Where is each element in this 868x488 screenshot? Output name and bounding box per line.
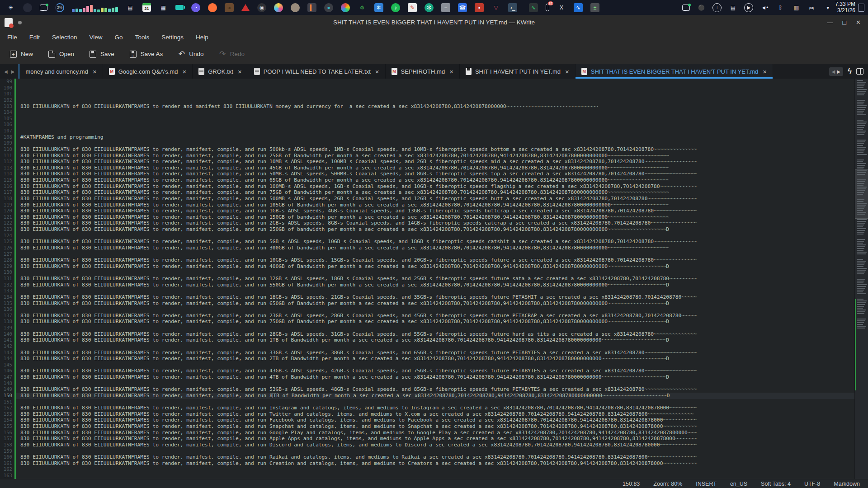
spotify-icon[interactable]: ♪ [391, 3, 400, 12]
clipboard-edit-icon[interactable]: ✎ [408, 3, 417, 12]
editor-line[interactable]: 152830 EIIUULURKATN of 830 EIIUULURKATNF… [0, 405, 854, 411]
cpu-bars-chart[interactable] [72, 4, 118, 12]
tab-overflow-left-icon[interactable]: ◀ [832, 69, 835, 74]
editor-line[interactable]: 135830 EIIUULURKATN of 830 EIIUULURKATNF… [0, 300, 854, 307]
tab[interactable]: GROK.txt× [193, 64, 248, 79]
clock-widget-icon[interactable]: ◔ [191, 3, 200, 12]
thermometer-icon[interactable]: 82 [546, 4, 549, 11]
editor-line[interactable]: 154830 EIIUULURKATN of 830 EIIUULURKATNF… [0, 417, 854, 423]
editor-line[interactable]: 100 [0, 85, 854, 91]
system-monitor-icon[interactable]: ∿ [529, 3, 538, 12]
editor-line[interactable]: 113830 EIIUULURKATN of 830 EIIUULURKATNF… [0, 165, 854, 171]
tab-close-icon[interactable]: × [93, 68, 97, 75]
editor-line[interactable]: 144830 EIIUULURKATN of 830 EIIUULURKATNF… [0, 356, 854, 362]
chat-notification-icon[interactable] [40, 5, 47, 11]
editor-line[interactable]: 121830 EIIUULURKATN of 830 EIIUULURKATNF… [0, 214, 854, 221]
editor-line[interactable]: 132830 EIIUULURKATN of 830 EIIUULURKATNF… [0, 282, 854, 288]
editor-line[interactable]: 114830 EIIUULURKATN of 830 EIIUULURKATNF… [0, 171, 854, 177]
tab-close-icon[interactable]: × [565, 68, 569, 75]
wavebox-icon[interactable]: ∿ [574, 3, 583, 12]
autodesk-icon[interactable] [241, 4, 250, 11]
tray-clipboard-icon[interactable]: ▤ [728, 3, 737, 12]
minimap-scrollbar[interactable] [854, 79, 868, 479]
tray-thermometer-icon[interactable]: ⚫ [697, 3, 706, 12]
editor-line[interactable]: 126830 EIIUULURKATN of 830 EIIUULURKATNF… [0, 245, 854, 251]
save-as-button[interactable]: Save As [124, 48, 169, 61]
editor-line[interactable]: 128830 EIIUULURKATN of 830 EIIUULURKATNF… [0, 257, 854, 263]
journal-icon[interactable]: ≈ [225, 3, 234, 12]
close-button[interactable]: ✕ [856, 19, 861, 26]
editor-line[interactable]: 150830 EIIUULURKATN of 830 EIIUULURKATNF… [0, 393, 854, 399]
editor-line[interactable]: 103830 EIIUULURKATN of 830 EIIUULURKATNF… [0, 103, 854, 110]
tray-bluetooth-icon[interactable]: ᛒ [776, 3, 785, 12]
menu-go[interactable]: Go [115, 34, 123, 41]
phone-icon[interactable]: ☎ [458, 3, 467, 12]
tab[interactable]: SHIT I HAVEN'T PUT IN YET.md× [460, 64, 576, 79]
tab[interactable]: MSEPHIROTH.md× [386, 64, 460, 79]
clipboard-icon[interactable]: ▤ [126, 3, 135, 12]
editor-line[interactable]: 157830 EIIUULURKATN of 830 EIIUULURKATNF… [0, 436, 854, 442]
editor-line[interactable]: 108#KATNFRAMES and programming [0, 134, 854, 141]
editor-line[interactable]: 149830 EIIUULURKATN of 830 EIIUULURKATNF… [0, 386, 854, 393]
tab-overflow-control[interactable]: ◀ ▶ [829, 67, 843, 76]
tab[interactable]: money and currency.md× [19, 64, 103, 79]
firefox-icon[interactable] [208, 3, 217, 12]
minimize-button[interactable]: — [827, 19, 833, 26]
editor-line[interactable]: 110830 EIIUULURKATN of 830 EIIUULURKATNF… [0, 146, 854, 153]
editor-line[interactable]: 122830 EIIUULURKATN of 830 EIIUULURKATNF… [0, 220, 854, 226]
open-button[interactable]: Open [43, 48, 80, 61]
tab-scroll-right-icon[interactable]: ▶ [10, 69, 16, 74]
palette-icon[interactable] [274, 3, 283, 12]
tray-message-icon[interactable] [682, 5, 690, 11]
status-input-mode[interactable]: INSERT [696, 481, 717, 487]
aperture-icon[interactable]: ✻ [425, 3, 434, 12]
battery-icon[interactable] [175, 5, 184, 10]
editor-line[interactable]: 102 [0, 97, 854, 103]
editor-line[interactable]: 158830 EIIUULURKATN of 830 EIIUULURKATNF… [0, 442, 854, 448]
tab-close-icon[interactable]: × [238, 68, 242, 75]
text-editor[interactable]: 99100101102103830 EIIUULURKATN of 830 EI… [0, 79, 854, 479]
save-button[interactable]: Save [84, 48, 120, 61]
editor-line[interactable]: 159 [0, 448, 854, 455]
editor-line[interactable]: 155830 EIIUULURKATN of 830 EIIUULURKATNF… [0, 423, 854, 430]
editor-line[interactable]: 138830 EIIUULURKATN of 830 EIIUULURKATNF… [0, 319, 854, 325]
editor-line[interactable]: 130 [0, 269, 854, 276]
editor-line[interactable]: 112830 EIIUULURKATN of 830 EIIUULURKATNF… [0, 159, 854, 165]
tray-usb-icon[interactable]: ▥ [792, 3, 801, 12]
editor-line[interactable]: 151 [0, 399, 854, 405]
xorg-icon[interactable]: X [557, 3, 566, 12]
split-view-icon[interactable] [856, 68, 863, 75]
jar-icon[interactable]: − [441, 3, 450, 12]
menu-settings[interactable]: Settings [161, 34, 184, 41]
editor-line[interactable]: 127 [0, 251, 854, 258]
undo-button[interactable]: ↶Undo [173, 48, 209, 61]
status-dictionary[interactable]: en_US [730, 481, 747, 487]
clock[interactable]: 7:33 PM 3/21/26 [835, 1, 855, 14]
editor-line[interactable]: 99 [0, 79, 854, 85]
status-encoding[interactable]: UTF-8 [804, 481, 820, 487]
editor-line[interactable]: 109 [0, 140, 854, 146]
tab-close-icon[interactable]: × [763, 68, 767, 75]
status-zoom-level[interactable]: Zoom: 80% [653, 481, 682, 487]
editor-line[interactable]: 141830 EIIUULURKATN of 830 EIIUULURKATNF… [0, 337, 854, 343]
terminal-icon[interactable]: ›_ [508, 3, 517, 12]
menu-tools[interactable]: Tools [135, 34, 150, 41]
editor-line[interactable]: 129830 EIIUULURKATN of 830 EIIUULURKATNF… [0, 263, 854, 270]
editor-line[interactable]: 134830 EIIUULURKATN of 830 EIIUULURKATNF… [0, 294, 854, 300]
editor-line[interactable]: 124 [0, 233, 854, 239]
screen-record-icon[interactable]: ▪ [475, 3, 484, 12]
tray-wifi-icon[interactable]: ((( [807, 3, 816, 12]
menu-file[interactable]: File [7, 34, 17, 41]
maximize-button[interactable]: ◻ [842, 19, 847, 26]
menu-edit[interactable]: Edit [29, 34, 40, 41]
app-circle-icon[interactable] [23, 3, 32, 12]
editor-line[interactable]: 145 [0, 362, 854, 368]
cpu-gauge[interactable]: 2% [55, 3, 64, 12]
toolbox-icon[interactable]: ❄ [374, 3, 383, 12]
kdenlive-icon[interactable]: ▍ [307, 3, 316, 12]
editor-line[interactable]: 116830 EIIUULURKATN of 830 EIIUULURKATNF… [0, 183, 854, 190]
cocktail-icon[interactable]: ▽ [491, 3, 500, 12]
tab[interactable]: MSHIT THAT IS EVEN BIGGER THAT I HAVEN'T… [576, 64, 773, 79]
editor-line[interactable]: 140830 EIIUULURKATN of 830 EIIUULURKATNF… [0, 331, 854, 338]
editor-line[interactable]: 131830 EIIUULURKATN of 830 EIIUULURKATNF… [0, 276, 854, 282]
